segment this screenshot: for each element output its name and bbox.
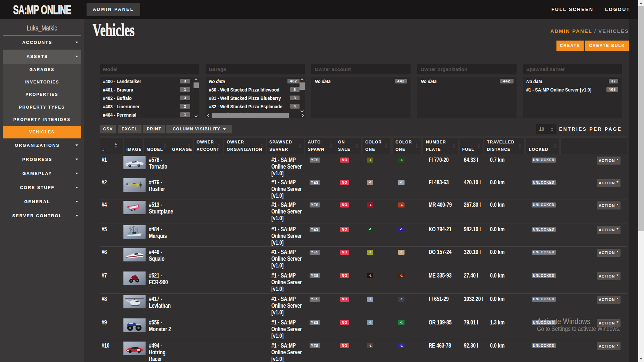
svg-text:Vehicles: Vehicles [93, 21, 135, 40]
svg-text:SA:MP ONLINE: SA:MP ONLINE [13, 4, 71, 17]
